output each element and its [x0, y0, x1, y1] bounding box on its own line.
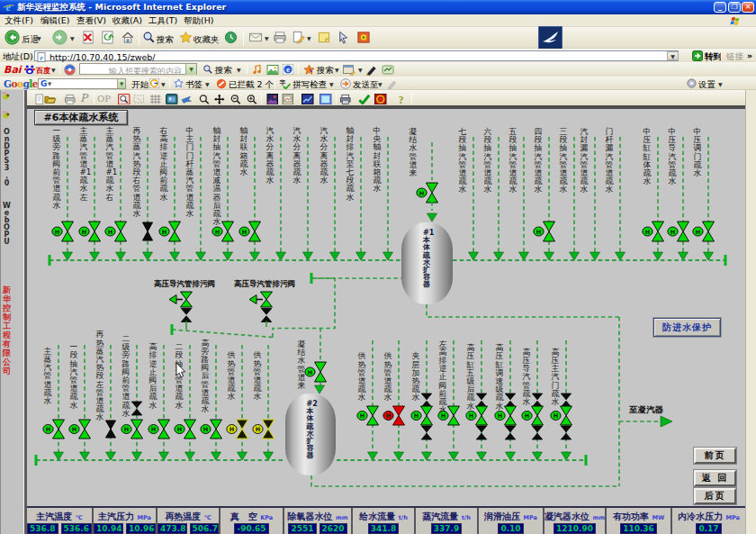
baidu-search-dropdown[interactable]: ▼ [237, 67, 241, 73]
zoom-in-icon[interactable] [246, 94, 258, 105]
google-blocked-label[interactable]: 已拦截 2 个 [229, 79, 274, 91]
baidu-star-dropdown[interactable]: ▼ [335, 67, 339, 73]
favorites-icon[interactable] [179, 31, 193, 44]
minimize-button[interactable]: _ [714, 2, 726, 13]
next-page-button[interactable]: 后页 [694, 488, 736, 504]
baidu-search-input[interactable]: 输入想要搜索的内容▼ [79, 63, 197, 75]
menu-edit[interactable]: 编辑(E) [40, 15, 69, 27]
baidu-dropdown[interactable]: ▼ [51, 67, 56, 73]
baidu-tool-icon[interactable] [382, 64, 394, 76]
google-start-dropdown[interactable]: ▼ [161, 81, 166, 87]
sidebar-pen-icon-1[interactable] [2, 91, 11, 101]
print-icon[interactable] [273, 31, 287, 44]
p-tool-label[interactable]: P [80, 92, 87, 104]
zoom-out-icon[interactable] [230, 94, 242, 105]
baidu-paw-icon[interactable] [24, 64, 35, 75]
google-settings-label[interactable]: 设置 [698, 79, 716, 91]
back-icon[interactable] [4, 30, 20, 45]
image-night-icon[interactable] [266, 94, 279, 105]
refresh-icon[interactable] [101, 31, 114, 44]
google-start-label[interactable]: 开始 [131, 79, 148, 91]
history-icon[interactable] [224, 31, 238, 44]
menu-help[interactable]: 帮助(H) [184, 15, 214, 27]
mail-icon[interactable] [248, 31, 263, 44]
baidu-star-label[interactable]: 搜索 [317, 65, 334, 77]
print-grey-icon[interactable] [64, 94, 76, 105]
google-combo-go[interactable]: ▼ [117, 79, 125, 89]
google-settings-icon[interactable] [687, 78, 697, 88]
restore-button[interactable]: ❐ [728, 2, 741, 13]
select-icon[interactable] [133, 94, 146, 105]
google-logo[interactable]: Google [4, 78, 38, 89]
edit-dropdown[interactable]: ▼ [307, 35, 311, 41]
google-settings-dropdown[interactable]: ▼ [718, 81, 723, 87]
baidu-input-dropdown[interactable]: ▼ [185, 64, 196, 75]
menu-tools[interactable]: 工具(T) [148, 15, 177, 27]
help-icon[interactable]: ? [395, 94, 408, 105]
back-dropdown[interactable]: ▼ [37, 35, 41, 41]
google-sendto-dropdown[interactable]: ▼ [378, 81, 382, 87]
address-dropdown[interactable]: ▼ [667, 51, 679, 61]
baidu-search-icon[interactable] [202, 64, 213, 75]
return-button[interactable]: 返 回 [694, 470, 736, 486]
canvas-icon[interactable] [320, 94, 332, 105]
baidu-video-icon[interactable]: e [283, 64, 293, 75]
menu-view[interactable]: 查看(V) [76, 15, 106, 27]
baidu-logo-cn[interactable]: 百度 [36, 66, 50, 76]
baidu-snapshot-icon[interactable] [343, 64, 356, 76]
mail-dropdown[interactable]: ▼ [265, 35, 269, 41]
open-icon[interactable] [44, 94, 57, 105]
address-input[interactable]: e http://10.70.40.15/zweb/ ▼ [34, 50, 679, 62]
google-search-input[interactable]: G▼▼ [38, 78, 126, 89]
protection-button[interactable]: 防进水保护 [653, 318, 721, 337]
google-popup-blocked-icon[interactable] [216, 78, 227, 89]
magnifier-icon[interactable] [198, 94, 211, 105]
menu-file[interactable]: 文件(F) [4, 15, 33, 27]
stop-icon[interactable] [81, 31, 94, 44]
google-spellcheck-icon[interactable]: 字 [279, 78, 291, 89]
grid-icon[interactable] [149, 94, 162, 105]
links-chevron[interactable]: » [747, 50, 752, 60]
google-spellcheck-dropdown[interactable]: ▼ [329, 81, 334, 87]
alarm-icon[interactable] [374, 94, 387, 105]
messenger-icon[interactable] [337, 31, 350, 44]
prev-page-button[interactable]: 前页 [694, 448, 736, 464]
home-icon[interactable] [121, 31, 135, 44]
baidu-image-icon[interactable] [266, 65, 279, 75]
baidu-snapshot-dropdown[interactable]: ▼ [358, 67, 363, 73]
close-button[interactable]: ✕ [742, 2, 754, 13]
print-color-icon[interactable] [339, 94, 352, 105]
nav-back-icon[interactable] [181, 94, 194, 105]
edit-icon[interactable] [292, 31, 305, 44]
forward-icon[interactable] [52, 30, 68, 45]
zoom-select-icon[interactable] [118, 94, 130, 105]
menu-favorites[interactable]: 收藏(A) [112, 15, 142, 27]
google-sendto-label[interactable]: 发送至 [353, 79, 379, 91]
google-sendto-icon[interactable] [340, 78, 351, 89]
discuss-icon[interactable] [317, 31, 331, 44]
media-icon[interactable] [356, 31, 371, 44]
confirm-icon[interactable] [358, 94, 371, 105]
google-highlight-icon[interactable] [387, 79, 397, 89]
go-icon[interactable] [692, 50, 703, 61]
baidu-pen-icon[interactable] [365, 64, 377, 76]
baidu-ball-icon[interactable] [64, 64, 76, 76]
trend-icon[interactable] [302, 94, 314, 105]
baidu-mp3-icon[interactable] [252, 64, 263, 75]
op-tool-label[interactable]: OP [97, 94, 111, 104]
google-bookmark-icon[interactable] [174, 78, 184, 88]
snapshot-dark-icon[interactable] [166, 94, 178, 105]
baidu-search-label[interactable]: 搜索 [215, 65, 232, 77]
google-spellcheck-label[interactable]: 拼写检查 [292, 79, 327, 91]
google-combo-arrow[interactable]: ▼ [48, 81, 51, 86]
favorites-label[interactable]: 收藏夹 [194, 34, 220, 46]
baidu-star-icon[interactable] [303, 64, 315, 76]
pan-icon[interactable] [213, 94, 226, 105]
search-label[interactable]: 搜索 [157, 34, 174, 46]
image-tan-icon[interactable] [282, 94, 294, 105]
sidebar-pen-icon-2[interactable] [2, 110, 11, 120]
google-start-icon[interactable] [149, 78, 159, 88]
search-icon[interactable] [142, 31, 156, 44]
google-bookmark-dropdown[interactable]: ▼ [205, 81, 210, 87]
google-bookmark-label[interactable]: 书签 [185, 79, 202, 91]
